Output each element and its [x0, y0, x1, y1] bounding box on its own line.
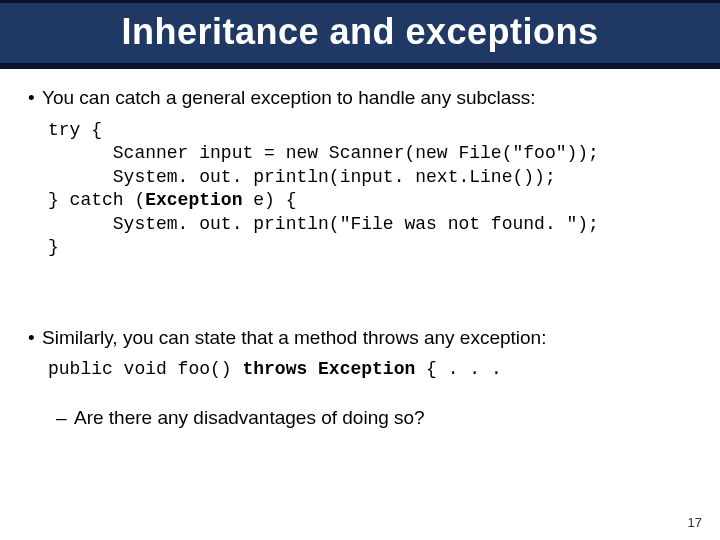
- code-fragment: public void foo(): [48, 359, 242, 379]
- code-block-trycatch: try { Scanner input = new Scanner(new Fi…: [48, 119, 692, 259]
- slide-title: Inheritance and exceptions: [0, 11, 720, 53]
- slide-content: You can catch a general exception to han…: [0, 69, 720, 429]
- code-keyword-exception: Exception: [145, 190, 242, 210]
- bullet-catch-general: You can catch a general exception to han…: [28, 87, 692, 109]
- code-line-throws: public void foo() throws Exception { . .…: [48, 359, 692, 379]
- code-line: e) {: [242, 190, 296, 210]
- bullet-throws-any: Similarly, you can state that a method t…: [28, 327, 692, 349]
- code-keyword-throws: throws Exception: [242, 359, 415, 379]
- page-number: 17: [688, 515, 702, 530]
- code-line: System. out. println("File was not found…: [48, 214, 599, 234]
- code-line: System. out. println(input. next.Line())…: [48, 167, 556, 187]
- sub-bullet-disadvantages: Are there any disadvantages of doing so?: [56, 407, 692, 429]
- title-bar: Inheritance and exceptions: [0, 0, 720, 69]
- code-line: } catch (: [48, 190, 145, 210]
- code-line: try {: [48, 120, 102, 140]
- code-line: }: [48, 237, 59, 257]
- code-fragment: { . . .: [415, 359, 501, 379]
- code-line: Scanner input = new Scanner(new File("fo…: [48, 143, 599, 163]
